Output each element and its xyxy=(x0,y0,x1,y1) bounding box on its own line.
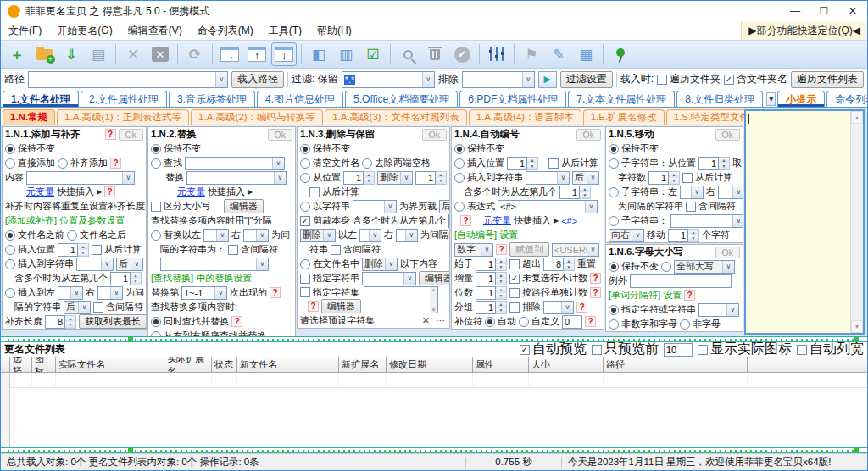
refresh-icon[interactable]: ⟳ xyxy=(182,42,208,66)
spinner-arrows-icon[interactable]: ▲▼ xyxy=(78,243,89,257)
checkbox[interactable]: 自动列宽 xyxy=(797,341,864,358)
chevron-down-icon[interactable]: ∨ xyxy=(422,72,434,87)
chevron-down-icon[interactable]: ∨ xyxy=(256,230,268,241)
checkbox[interactable]: ✓剪裁本身 xyxy=(300,214,350,227)
radio-option[interactable]: 非字母 xyxy=(680,318,721,330)
options-sliders-icon[interactable] xyxy=(484,42,509,66)
radio-option[interactable]: 保持不变 xyxy=(151,142,201,155)
number-spinner[interactable]: 1▲▼ xyxy=(448,214,450,228)
radio-option[interactable]: 表达式 xyxy=(454,200,495,213)
remove-invalid-icon[interactable] xyxy=(422,42,448,66)
spinner-value[interactable]: 1 xyxy=(110,272,131,285)
spinner-value[interactable]: 8 xyxy=(543,258,564,271)
radio-option[interactable]: 清空文件名 xyxy=(300,157,359,169)
spin-down-icon[interactable]: ▼ xyxy=(78,250,88,256)
save-list-icon[interactable]: ▤ xyxy=(86,42,111,66)
chevron-down-icon[interactable]: ∨ xyxy=(405,230,417,241)
menu-item[interactable]: 开始更名(G) xyxy=(49,21,120,40)
spin-down-icon[interactable]: ▼ xyxy=(496,293,506,299)
combobox[interactable]: <#>∨ xyxy=(498,200,598,213)
number-spinner[interactable]: 1▲▼ xyxy=(476,286,507,300)
chevron-down-icon[interactable]: ∨ xyxy=(522,72,534,87)
chevron-down-icon[interactable]: ∨ xyxy=(385,258,397,270)
number-spinner[interactable]: 1▲▼ xyxy=(698,157,730,170)
text-input[interactable] xyxy=(630,274,732,288)
checkbox[interactable]: 含间隔符 xyxy=(686,200,736,213)
radio-option[interactable]: 直接添加 xyxy=(5,157,55,169)
spin-up-icon[interactable]: ▲ xyxy=(496,273,506,279)
ok-button[interactable]: Ok xyxy=(119,129,143,141)
tab-1.文件名处理[interactable]: 1.文件名处理 xyxy=(3,91,79,107)
spinner-arrows-icon[interactable]: ▲▼ xyxy=(364,171,375,185)
chevron-down-icon[interactable]: ∨ xyxy=(272,158,284,169)
spinner-arrows-icon[interactable]: ▲▼ xyxy=(580,186,591,199)
number-spinner[interactable]: 8▲▼ xyxy=(45,315,76,329)
flag-icon[interactable]: ⚑ xyxy=(519,42,544,66)
combobox[interactable]: ∨ xyxy=(203,229,229,242)
file-list-grid[interactable]: 选择图标实际文件名实际扩展名状态新文件名新扩展名修改日期属性大小路径 xyxy=(1,357,867,447)
combobox[interactable]: 1~-1∨ xyxy=(181,286,227,300)
chevron-down-icon[interactable]: ∨ xyxy=(726,304,738,316)
meta-variable-link[interactable]: 元变量 xyxy=(483,214,511,227)
combobox[interactable]: 后∨ xyxy=(64,301,91,314)
checkbox[interactable]: 含间隔符 xyxy=(93,301,143,313)
column-header-实际扩展名[interactable]: 实际扩展名 xyxy=(164,357,212,373)
more-icon[interactable]: ⋯ xyxy=(434,315,447,326)
chevron-down-icon[interactable]: ∨ xyxy=(722,261,734,273)
checkbox[interactable]: 含间隔符 xyxy=(228,243,278,256)
tip-scrollbar[interactable]: ▲ ▼ xyxy=(850,111,863,333)
combobox[interactable]: ∨ xyxy=(680,186,704,199)
chevron-down-icon[interactable]: ∨ xyxy=(587,244,598,256)
checkbox[interactable]: 指定字符集 xyxy=(300,286,359,299)
column-header-状态[interactable]: 状态 xyxy=(212,357,237,373)
clear-list-icon[interactable]: ✕ xyxy=(147,42,173,66)
spin-up-icon[interactable]: ▲ xyxy=(65,316,75,322)
checkbox[interactable]: 区分大小写 xyxy=(151,200,210,213)
radio-option[interactable]: 文件名之后 xyxy=(67,229,126,241)
spin-down-icon[interactable]: ▼ xyxy=(496,264,506,270)
spin-down-icon[interactable]: ▼ xyxy=(436,178,446,184)
radio-option[interactable]: 子字符串： xyxy=(609,214,668,227)
show-right-panel-icon[interactable]: → xyxy=(217,42,242,66)
spinner-value[interactable]: 1 xyxy=(343,171,364,185)
checkbox[interactable]: 遍历文件夹 xyxy=(657,72,721,86)
minimize-button[interactable]: — xyxy=(781,1,810,21)
spin-down-icon[interactable]: ▼ xyxy=(564,264,574,270)
chevron-down-icon[interactable]: ∨ xyxy=(561,302,573,313)
radio-option[interactable]: 指定字符或字符串 xyxy=(609,303,696,316)
spinner-arrows-icon[interactable]: ▲▼ xyxy=(131,272,142,285)
combobox[interactable]: 数字∨ xyxy=(454,243,493,257)
combobox[interactable]: ∨ xyxy=(28,71,228,88)
checkbox[interactable]: 从后计算 xyxy=(548,157,598,169)
spin-up-icon[interactable]: ▲ xyxy=(131,273,141,279)
subtab-1.N.常规[interactable]: 1.N.常规 xyxy=(3,109,55,125)
tab-2.文件属性处理[interactable]: 2.文件属性处理 xyxy=(81,91,167,107)
spin-down-icon[interactable]: ▼ xyxy=(669,178,679,184)
subtab-1.A.高级(3)：文件名对照列表[interactable]: 1.A.高级(3)：文件名对照列表 xyxy=(325,109,467,125)
number-spinner[interactable]: 1▲▼ xyxy=(668,229,699,242)
column-header-实际文件名[interactable]: 实际文件名 xyxy=(56,357,164,373)
spinner-arrows-icon[interactable]: ▲▼ xyxy=(496,272,507,285)
button[interactable]: 载入路径 xyxy=(231,71,284,88)
combobox[interactable]: ∨ xyxy=(670,214,743,228)
spin-up-icon[interactable]: ▲ xyxy=(496,287,506,293)
radio-option[interactable]: 保持不变 xyxy=(454,142,504,155)
combobox[interactable]: ∨ xyxy=(97,286,123,300)
button[interactable]: 过滤设置 xyxy=(560,71,613,88)
number-spinner[interactable]: 1▲▼ xyxy=(559,186,591,199)
radio-option[interactable]: 保持不变 xyxy=(609,142,659,155)
spinner-arrows-icon[interactable]: ▲▼ xyxy=(496,258,507,271)
menu-item[interactable]: 帮助(H) xyxy=(309,21,359,40)
chevron-down-icon[interactable]: ∨ xyxy=(274,172,286,184)
radio-option[interactable]: 替换以左 xyxy=(151,229,201,241)
maximize-button[interactable]: ☐ xyxy=(810,1,838,21)
apply-filter-icon[interactable]: ▶ xyxy=(538,71,557,88)
textarea-scrollbar[interactable]: ▲▼ xyxy=(430,287,437,313)
number-spinner[interactable]: 1▲▼ xyxy=(507,157,538,170)
chevron-down-icon[interactable]: ∨ xyxy=(557,172,569,184)
checkbox[interactable]: 从后计算 xyxy=(92,243,142,256)
chevron-down-icon[interactable]: ∨ xyxy=(256,258,268,270)
edit-list-icon[interactable]: ✎ xyxy=(546,42,571,66)
combobox[interactable]: ∨ xyxy=(362,272,416,285)
tab-6.PDF文档属性处理[interactable]: 6.PDF文档属性处理 xyxy=(459,91,566,107)
